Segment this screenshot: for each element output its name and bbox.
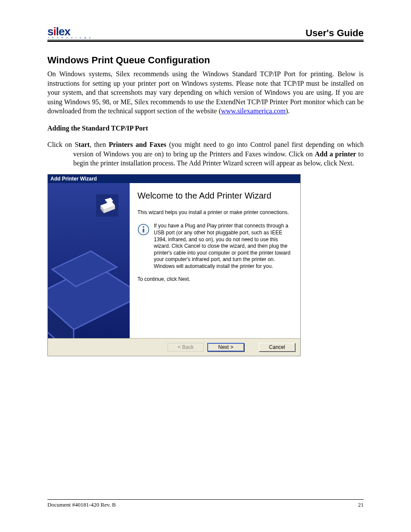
logo-subtext: t e c h n o l o g y xyxy=(47,36,92,39)
intro-text-suffix: ). xyxy=(286,107,290,115)
wizard-body: Welcome to the Add Printer Wizard This w… xyxy=(48,183,300,339)
silex-logo: silex t e c h n o l o g y xyxy=(47,26,92,39)
svg-point-9 xyxy=(143,226,144,228)
svg-rect-10 xyxy=(143,229,144,233)
intro-paragraph: On Windows systems, Silex recommends usi… xyxy=(47,69,364,116)
step-bold-start: tart xyxy=(78,141,90,148)
add-printer-wizard-dialog: Add Printer Wizard Welco xyxy=(47,174,301,356)
footer-doc-id: Document #40181-420 Rev. B xyxy=(47,501,116,508)
wizard-info-row: If you have a Plug and Play printer that… xyxy=(137,223,293,270)
wizard-heading: Welcome to the Add Printer Wizard xyxy=(137,191,293,201)
page-header: silex t e c h n o l o g y User's Guide xyxy=(47,26,364,40)
header-rule xyxy=(47,40,364,42)
step-text-c: , then xyxy=(90,141,109,148)
cancel-button[interactable]: Cancel xyxy=(259,343,295,352)
step-bold-add: Add a printer xyxy=(315,150,356,158)
back-button: < Back xyxy=(168,343,204,352)
printer-small-icon xyxy=(94,193,120,218)
section-title: Windows Print Queue Configuration xyxy=(47,55,364,66)
wizard-titlebar: Add Printer Wizard xyxy=(48,174,300,183)
page-footer: Document #40181-420 Rev. B 21 xyxy=(47,499,364,508)
step-bold-printers: Printers and Faxes xyxy=(109,141,166,148)
wizard-side-banner xyxy=(48,183,130,338)
silex-website-link[interactable]: www.silexamerica.com xyxy=(221,107,286,115)
step-paragraph: Click on Start, then Printers and Faxes … xyxy=(47,140,364,168)
document-page: silex t e c h n o l o g y User's Guide W… xyxy=(0,0,411,532)
footer-page-number: 21 xyxy=(358,501,364,508)
wizard-info-text: If you have a Plug and Play printer that… xyxy=(154,223,293,270)
wizard-continue: To continue, click Next. xyxy=(137,276,293,283)
info-icon xyxy=(137,224,149,236)
next-button[interactable]: Next > xyxy=(207,343,244,352)
guide-title: User's Guide xyxy=(305,28,364,39)
printer-large-icon xyxy=(48,243,130,338)
wizard-content: Welcome to the Add Printer Wizard This w… xyxy=(130,183,300,338)
logo-text: silex xyxy=(47,26,92,37)
intro-text-prefix: On Windows systems, Silex recommends usi… xyxy=(47,70,364,115)
wizard-intro: This wizard helps you install a printer … xyxy=(137,209,293,216)
sub-heading: Adding the Standard TCP/IP Port xyxy=(47,124,364,132)
step-text-a: Click on S xyxy=(47,141,78,148)
wizard-button-row: < Back Next > Cancel xyxy=(48,339,300,356)
